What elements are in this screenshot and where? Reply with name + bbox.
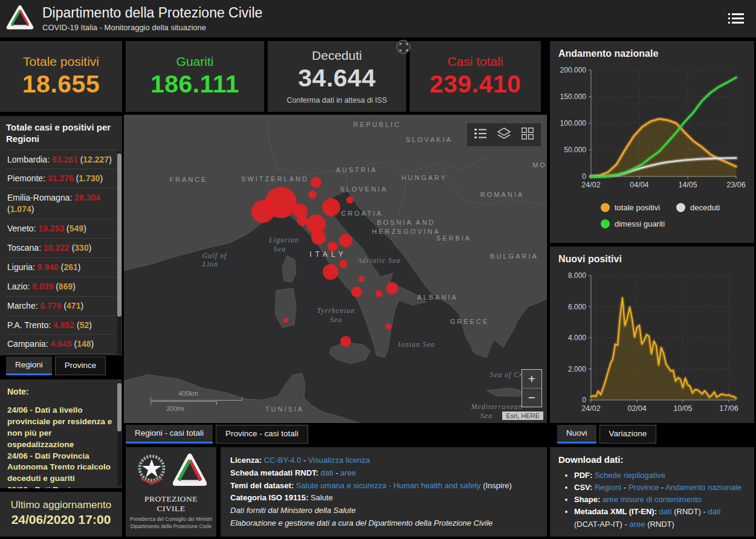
license-line-link[interactable]: Salute umana e sicurezza - Human health … [296,481,481,490]
notes-panel: Note: 24/06 - Dati a livello provinciale… [0,379,122,488]
download-item-link[interactable]: aree misure di contenimento [603,495,702,504]
card-deceduti: Deceduti 34.644 Conferma dati in attesa … [268,41,406,112]
card-value: 239.410 [430,70,522,98]
region-total: 4.645 [51,339,72,349]
license-line-link[interactable]: Visualizza licenza [308,456,370,465]
region-row[interactable]: Campania: 4.645 (148) [6,334,116,353]
license-line: Licenza: CC-BY-4.0 - Visualizza licenza [230,454,537,467]
tab-province[interactable]: Province [55,357,106,375]
nuovi-positivi-chart: 02.0004.0006.0008.00024/0202/0410/0517/0… [557,268,747,418]
covid-bubble[interactable] [251,200,274,223]
card-label: Totale positivi [23,54,99,69]
scale-mi: 300mi [166,405,242,412]
covid-bubble[interactable] [339,260,347,268]
region-row[interactable]: Piemonte: 31.276 (1.730) [6,169,116,188]
tab-regioni[interactable]: Regioni [6,357,52,375]
covid-bubble[interactable] [323,264,338,280]
covid-bubble[interactable] [297,215,308,226]
notes-title: Note: [7,387,115,396]
legend-item[interactable]: totale positivi [601,203,676,212]
covid-bubble[interactable] [375,290,383,297]
covid-bubble[interactable] [322,198,340,216]
svg-text:24/02: 24/02 [581,404,600,413]
region-row[interactable]: Veneto: 19.253 (549) [6,219,116,238]
page-subtitle: COVID-19 Italia - Monitoraggio della sit… [42,23,262,32]
expand-icon[interactable] [396,40,410,54]
download-item: Metadata XML (IT-EN): dati (RNDT) - dati… [574,506,746,530]
download-title: Download dati: [558,454,746,465]
download-item-link[interactable]: Province [628,483,659,492]
svg-text:8.000: 8.000 [568,271,586,280]
nuovi-tabs: NuoviVariazione [557,425,659,444]
region-totals-panel: Totale casi e positivi per Regioni Lomba… [0,116,122,355]
download-item: CSV: Regioni - Province - Andamento nazi… [574,482,746,494]
andamento-nazionale-panel: Andamento nazionale 050.000100.000150.00… [550,41,754,243]
layers-icon[interactable] [497,127,511,142]
covid-bubble[interactable] [308,190,317,199]
region-row[interactable]: Emilia-Romagna: 28.304 (1.074) [6,188,116,219]
notes-list: 24/06 - Dati a livello provinciale per r… [7,405,115,488]
region-row[interactable]: P.A. Trento: 4.852 (52) [6,315,116,335]
download-item-link[interactable]: Schede riepilogative [595,471,665,480]
last-update-panel: Ultimo aggiornamento 24/06/2020 17:00 [0,492,122,537]
region-row[interactable]: Toscana: 10.222 (330) [6,238,116,257]
card-sublabel: Conferma dati in attesa di ISS [286,96,387,105]
download-item-link[interactable]: Andamento nazionale [665,483,741,492]
region-positive: 1.730 [79,173,100,183]
covid-bubble[interactable] [339,234,352,247]
tab-variazione[interactable]: Variazione [599,425,657,444]
region-row[interactable]: Lombardia: 93.261 (12.227) [6,150,116,169]
license-line-link[interactable]: CC-BY-4.0 [264,456,302,465]
card-guariti: Guariti 186.111 [126,41,264,112]
region-list-scrollbar[interactable] [117,151,121,354]
legend-item[interactable]: dimessi guariti [601,219,676,228]
map-tab-regioni-casi-totali[interactable]: Regioni - casi totali [126,425,213,444]
map-attribution: Esri, HERE [502,412,543,420]
covid-bubble[interactable] [283,318,288,323]
zoom-in-button[interactable]: + [522,370,541,388]
region-positive: 12.227 [83,155,109,164]
tab-nuovi[interactable]: Nuovi [557,425,596,444]
zoom-out-button[interactable]: − [522,388,541,407]
region-positive: 330 [74,243,88,253]
download-item-link[interactable]: aree [629,520,645,529]
org-sub2: Dipartimento della Protezione Civile [129,523,213,530]
scale-km: 400km [178,390,242,397]
download-item-link[interactable]: Regioni [595,483,621,492]
map[interactable]: FRANCESWITZERLANDAUSTRIAREPUBLICSLOVAKIA… [124,115,547,423]
legend-icon[interactable] [474,128,486,141]
covid-bubble[interactable] [386,282,398,294]
org-sub1: Presidenza del Consiglio dei Ministri [129,515,213,523]
download-item-link[interactable]: dati [659,507,672,516]
license-line-link[interactable]: dati [321,468,334,477]
map-tab-province-casi-totali[interactable]: Province - casi totali [216,425,308,444]
license-line: Categoria ISO 19115: Salute [230,492,537,505]
legend-item[interactable]: deceduti [676,203,752,212]
menu-icon[interactable] [728,11,744,26]
region-row[interactable]: Marche: 6.779 (471) [6,296,116,315]
region-row[interactable]: Puglia: 4.529 (177) [6,353,116,355]
covid-bubble[interactable] [340,336,351,347]
covid-bubble[interactable] [386,323,392,329]
covid-bubble[interactable] [311,177,321,188]
license-line: Dati forniti dal Ministero della Salute [230,505,537,517]
region-positive: 261 [63,262,77,272]
download-item-link[interactable]: dati [708,507,721,516]
license-line-link[interactable]: aree [340,468,356,477]
region-row[interactable]: Lazio: 8.039 (869) [6,277,116,296]
covid-bubble[interactable] [351,286,362,297]
card-casi-totali: Casi totali 239.410 [410,41,541,112]
svg-text:200.000: 200.000 [560,66,587,74]
note-line: 23/06 - Dati Regione Sardegna ricalcolat… [7,485,115,488]
covid-bubble[interactable] [358,276,364,282]
svg-text:0: 0 [582,172,586,181]
region-total: 93.261 [52,155,78,164]
notes-scrollbar[interactable] [117,382,121,486]
download-list: PDF: Schede riepilogativeCSV: Regioni - … [558,470,746,531]
covid-bubble[interactable] [346,196,354,204]
covid-bubble[interactable] [311,230,326,245]
region-row[interactable]: Liguria: 9.940 (261) [6,257,116,277]
covid-bubble[interactable] [328,242,337,251]
last-update-label: Ultimo aggiornamento [0,499,122,511]
basemap-icon[interactable] [522,127,534,142]
